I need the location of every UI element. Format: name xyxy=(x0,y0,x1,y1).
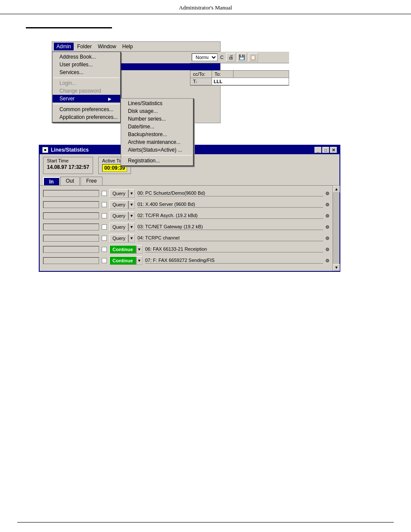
tab-out[interactable]: Out xyxy=(60,177,80,185)
line-dot-4 xyxy=(326,236,329,240)
line-dot-5 xyxy=(326,248,329,251)
line-btn-label-1: Query xyxy=(110,201,128,208)
line-btn-label-0: Query xyxy=(110,190,128,197)
section-divider xyxy=(26,27,112,28)
toolbar-refresh-label: C xyxy=(220,55,224,60)
submenu-backup-restore[interactable]: Backup/restore... xyxy=(121,131,193,138)
toolbar-area: Normal C 🖨 💾 📋 xyxy=(190,52,289,63)
submenu-archive-maintenance[interactable]: Archive maintenance... xyxy=(121,138,193,146)
server-submenu: Lines/Statistics Disk usage... Number se… xyxy=(121,98,194,166)
admin-menu-screenshot: Admin Folder Window Help Address Book...… xyxy=(52,41,221,123)
email-row-cc: cc/To: To: xyxy=(190,71,289,78)
line-dot-1 xyxy=(326,203,329,206)
submenu-lines-stats[interactable]: Lines/Statistics xyxy=(121,100,193,107)
line-dropdown-arrow-5[interactable]: ▼ xyxy=(136,246,142,253)
email-to-label: To: xyxy=(212,71,234,78)
line-btn-label-4: Query xyxy=(110,234,128,242)
line-btn-group-3[interactable]: Query ▼ xyxy=(109,223,135,231)
scroll-up-btn[interactable]: ▲ xyxy=(333,186,340,193)
line-btn-group-4[interactable]: Query ▼ xyxy=(109,234,135,243)
line-btn-group-0[interactable]: Query ▼ xyxy=(109,189,135,198)
scroll-down-btn[interactable]: ▼ xyxy=(333,264,340,271)
line-bar-6 xyxy=(43,257,99,264)
email-header-snippet: cc/To: To: T- LLL xyxy=(190,70,289,86)
scroll-track xyxy=(333,193,339,264)
start-time-label: Start Time xyxy=(47,158,89,163)
menu-help[interactable]: Help xyxy=(120,43,136,50)
line-btn-group-2[interactable]: Query ▼ xyxy=(109,212,135,220)
lines-content: Query ▼ 00: PC Schuetz/Demo(9600 Bd) Que… xyxy=(40,185,339,271)
menu-item-services[interactable]: Services... xyxy=(53,68,120,76)
line-row-4: Query ▼ 04: TCRPC channel xyxy=(43,234,329,243)
line-checkbox-3[interactable] xyxy=(102,224,107,230)
line-dropdown-arrow-1[interactable]: ▼ xyxy=(128,201,134,208)
menu-item-server[interactable]: Server ▶ xyxy=(53,95,120,103)
submenu-date-time[interactable]: Date/time... xyxy=(121,123,193,131)
line-checkbox-4[interactable] xyxy=(102,236,107,241)
menu-item-common-prefs[interactable]: Common preferences... xyxy=(53,106,120,113)
line-btn-label-3: Query xyxy=(110,223,128,231)
line-dot-2 xyxy=(326,214,329,218)
menu-admin[interactable]: Admin xyxy=(54,43,74,50)
line-name-6: 07: F: FAX 6659272 Sending/FIS xyxy=(145,258,323,264)
submenu-number-series[interactable]: Number series... xyxy=(121,115,193,123)
line-btn-group-1[interactable]: Query ▼ xyxy=(109,200,135,209)
line-row-1: Query ▼ 01: X.400 Server (9600 Bd) xyxy=(43,200,329,209)
line-bar-3 xyxy=(43,224,99,230)
tab-free[interactable]: Free xyxy=(81,177,103,185)
line-dropdown-arrow-6[interactable]: ▼ xyxy=(136,257,142,264)
lines-tabs: In Out Free xyxy=(40,177,339,185)
tab-in[interactable]: In xyxy=(43,177,59,186)
menu-item-app-prefs[interactable]: Application preferences... xyxy=(53,113,120,121)
minimize-btn[interactable]: _ xyxy=(314,147,321,153)
line-dropdown-arrow-4[interactable]: ▼ xyxy=(128,234,134,242)
menu-separator-1 xyxy=(53,78,119,78)
email-cc-label: cc/To: xyxy=(190,71,212,78)
line-btn-label-2: Query xyxy=(110,212,128,220)
menu-separator-2 xyxy=(53,104,119,104)
line-name-2: 02: TC/FR Asych. (19.2 kBd) xyxy=(137,213,323,219)
line-name-0: 00: PC Schuetz/Demo(9600 Bd) xyxy=(137,190,323,196)
line-bar-1 xyxy=(43,201,99,208)
line-checkbox-6[interactable] xyxy=(102,258,107,263)
toolbar-new-btn[interactable]: 📋 xyxy=(249,53,258,62)
admin-dropdown: Address Book... User profiles... Service… xyxy=(52,52,121,123)
line-checkbox-2[interactable] xyxy=(102,213,107,218)
submenu-disk-usage[interactable]: Disk usage... xyxy=(121,107,193,115)
line-bar-0 xyxy=(43,190,99,197)
line-checkbox-1[interactable] xyxy=(102,202,107,207)
menu-window[interactable]: Window xyxy=(95,43,119,50)
titlebar-controls[interactable]: _ □ ✕ xyxy=(314,147,337,153)
menu-item-address-book[interactable]: Address Book... xyxy=(53,53,120,61)
submenu-alerts[interactable]: Alerts(Status=Active) ... xyxy=(121,146,193,154)
email-to-prefix: T- xyxy=(190,78,212,85)
header-title: Administrator's Manual xyxy=(179,4,232,11)
lines-scrollbar[interactable]: ▲ ▼ xyxy=(333,186,339,271)
line-dropdown-arrow-0[interactable]: ▼ xyxy=(128,190,134,197)
submenu-arrow-icon: ▶ xyxy=(108,96,112,101)
line-bar-2 xyxy=(43,212,99,219)
menu-folder[interactable]: Folder xyxy=(75,43,94,50)
line-btn-group-5[interactable]: Continue ▼ xyxy=(109,245,143,254)
close-btn[interactable]: ✕ xyxy=(330,147,337,153)
line-dot-0 xyxy=(326,192,329,195)
line-checkbox-5[interactable] xyxy=(102,247,107,252)
line-row-6: Continue ▼ 07: F: FAX 6659272 Sending/FI… xyxy=(43,256,329,265)
toolbar-print-btn[interactable]: 🖨 xyxy=(226,53,236,62)
toolbar-save-btn[interactable]: 💾 xyxy=(237,53,247,62)
view-select[interactable]: Normal xyxy=(192,53,218,61)
line-btn-group-6[interactable]: Continue ▼ xyxy=(109,256,143,265)
titlebar-left: ■ Lines/Statistics xyxy=(42,147,89,153)
line-btn-label-6: Continue xyxy=(110,257,136,264)
maximize-btn[interactable]: □ xyxy=(322,147,329,153)
menu-item-user-profiles[interactable]: User profiles... xyxy=(53,61,120,68)
line-checkbox-0[interactable] xyxy=(102,191,107,196)
line-name-5: 06: FAX 66133-21 Receiption xyxy=(145,246,323,252)
email-selection-bar xyxy=(121,63,220,70)
line-dropdown-arrow-2[interactable]: ▼ xyxy=(128,212,134,220)
menubar: Admin Folder Window Help xyxy=(52,42,220,52)
line-name-1: 01: X.400 Server (9600 Bd) xyxy=(137,202,323,208)
window-title: Lines/Statistics xyxy=(51,147,89,153)
submenu-registration[interactable]: Registration... xyxy=(121,157,193,165)
line-dropdown-arrow-3[interactable]: ▼ xyxy=(128,223,134,231)
